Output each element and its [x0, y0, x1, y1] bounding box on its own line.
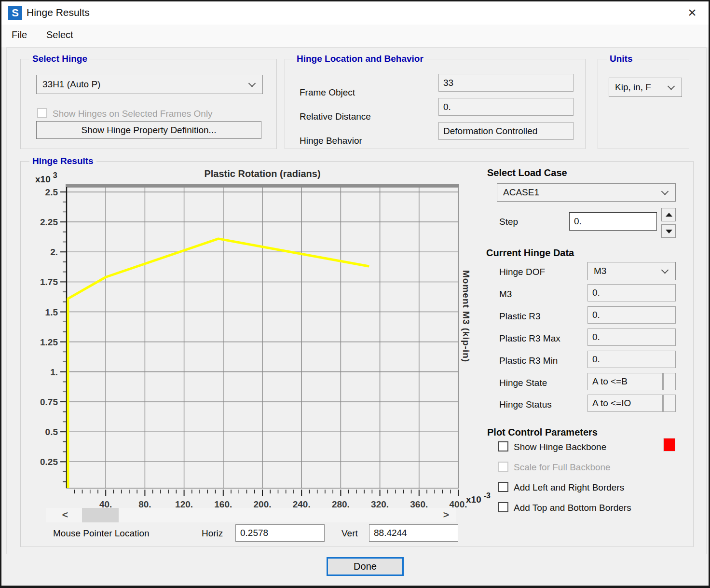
menu-file[interactable]: File — [12, 29, 27, 41]
window-title: Hinge Results — [27, 7, 90, 18]
svg-text:2.25: 2.25 — [40, 217, 58, 227]
frame-object-label: Frame Object — [300, 87, 355, 98]
vert-label: Vert — [341, 528, 358, 539]
plot-control-parameters-header: Plot Control Parameters — [487, 427, 598, 438]
chevron-down-icon — [248, 80, 256, 87]
hinge-location-group-label: Hinge Location and Behavior — [294, 54, 426, 64]
chevron-down-icon — [661, 266, 669, 274]
svg-text:0.5: 0.5 — [45, 427, 58, 437]
chevron-down-icon — [668, 82, 675, 90]
plastic-r3-max-value: 0. — [587, 328, 676, 346]
chart-title: Plastic Rotation (radians) — [67, 168, 458, 179]
step-up-button[interactable] — [661, 208, 676, 221]
svg-text:120.: 120. — [175, 499, 193, 509]
hinge-state-label: Hinge State — [499, 378, 547, 388]
load-case-value: ACASE1 — [503, 187, 539, 197]
hinge-select-value: 33H1 (Auto P) — [42, 79, 100, 89]
hinge-behavior-value: Deformation Controlled — [438, 122, 573, 140]
step-input[interactable]: 0. — [569, 212, 657, 231]
close-icon[interactable]: × — [683, 4, 701, 22]
units-group-label: Units — [607, 54, 636, 64]
svg-text:280.: 280. — [332, 499, 350, 509]
svg-text:1.25: 1.25 — [40, 337, 58, 347]
plastic-r3-label: Plastic R3 — [499, 311, 541, 322]
scale-for-full-backbone-checkbox[interactable] — [498, 462, 508, 472]
hinge-results-dialog: S Hinge Results × File Select Select Hin… — [0, 0, 710, 588]
svg-text:0.25: 0.25 — [40, 457, 58, 467]
app-logo-icon: S — [8, 6, 22, 20]
svg-text:1.75: 1.75 — [40, 277, 58, 287]
plot-horizontal-scrollbar[interactable]: < > — [46, 508, 456, 522]
chevron-down-icon — [661, 188, 669, 195]
hinge-select-dropdown[interactable]: 33H1 (Auto P) — [36, 75, 263, 94]
horiz-label: Horiz — [202, 528, 223, 539]
units-dropdown[interactable]: Kip, in, F — [609, 78, 682, 97]
backbone-color-swatch[interactable] — [663, 438, 675, 451]
scroll-left-icon[interactable]: < — [55, 508, 75, 522]
svg-text:1.: 1. — [50, 367, 58, 377]
load-case-dropdown[interactable]: ACASE1 — [497, 183, 676, 202]
hinge-results-group: Hinge Results Plastic Rotation (radians)… — [20, 161, 694, 547]
hinge-state-color-box — [663, 373, 676, 390]
svg-text:240.: 240. — [293, 499, 311, 509]
menu-select[interactable]: Select — [46, 29, 73, 41]
mouse-pointer-location-label: Mouse Pointer Location — [53, 528, 150, 539]
add-left-right-borders-label: Add Left and Right Borders — [514, 482, 624, 493]
relative-distance-value: 0. — [438, 98, 573, 116]
show-hinge-backbone-label: Show Hinge Backbone — [514, 442, 606, 452]
svg-text:160.: 160. — [214, 499, 232, 509]
units-group: Units Kip, in, F — [598, 59, 689, 149]
done-button[interactable]: Done — [327, 557, 404, 576]
show-hinge-property-definition-button[interactable]: Show Hinge Property Definition... — [36, 121, 261, 139]
plastic-r3-max-label: Plastic R3 Max — [499, 333, 560, 344]
svg-text:2.5: 2.5 — [45, 187, 58, 197]
hinge-dof-label: Hinge DOF — [499, 267, 545, 277]
step-down-button[interactable] — [661, 224, 676, 238]
svg-text:320.: 320. — [371, 499, 389, 509]
select-hinge-group-label: Select Hinge — [29, 54, 90, 64]
m3-label: M3 — [499, 289, 512, 300]
svg-text:400.: 400. — [450, 499, 467, 509]
current-hinge-data-header: Current Hinge Data — [486, 247, 574, 259]
add-top-bottom-borders-checkbox[interactable] — [498, 502, 508, 512]
svg-text:80.: 80. — [138, 499, 151, 509]
plastic-r3-min-label: Plastic R3 Min — [499, 356, 558, 366]
show-hinges-selected-frames-checkbox[interactable] — [37, 108, 47, 118]
right-axis-label: Moment M3 (kip-in) — [461, 270, 471, 362]
svg-text:40.: 40. — [99, 499, 112, 509]
add-left-right-borders-checkbox[interactable] — [498, 482, 508, 492]
hinge-dof-value: M3 — [594, 266, 606, 276]
svg-text:360.: 360. — [410, 499, 428, 509]
svg-text:200.: 200. — [254, 499, 272, 509]
menu-bar: File Select — [1, 25, 709, 47]
app-logo-letter: S — [12, 7, 19, 19]
units-value: Kip, in, F — [615, 82, 651, 92]
frame-object-value: 33 — [438, 74, 573, 92]
svg-text:2.: 2. — [50, 247, 58, 257]
svg-text:1.5: 1.5 — [45, 307, 58, 317]
hinge-status-label: Hinge Status — [499, 399, 552, 410]
select-load-case-header: Select Load Case — [487, 167, 567, 178]
x-axis-scale-label: x10-3 — [466, 492, 488, 505]
plastic-r3-value: 0. — [587, 306, 676, 324]
hinge-state-value: A to <=B — [587, 373, 663, 390]
hinge-dof-dropdown[interactable]: M3 — [587, 262, 676, 280]
dialog-body: Select Hinge 33H1 (Auto P) Show Hinges o… — [6, 47, 707, 554]
show-hinges-selected-frames-label: Show Hinges on Selected Frames Only — [53, 109, 213, 119]
hinge-results-group-label: Hinge Results — [29, 156, 96, 166]
hinge-plot[interactable]: 0.250.50.751.1.251.51.752.2.252.540.80.1… — [29, 181, 496, 509]
down-arrow-icon — [666, 230, 672, 233]
scroll-right-icon[interactable]: > — [437, 508, 456, 522]
step-label: Step — [499, 217, 518, 227]
hinge-behavior-label: Hinge Behavior — [300, 136, 362, 146]
show-hinge-backbone-checkbox[interactable] — [498, 441, 508, 451]
plastic-r3-min-value: 0. — [587, 351, 676, 368]
svg-text:0.75: 0.75 — [40, 397, 58, 407]
scale-for-full-backbone-label: Scale for Full Backbone — [514, 462, 611, 473]
m3-value: 0. — [587, 284, 676, 301]
vert-value-field: 88.4244 — [369, 524, 458, 542]
horiz-value-field: 0.2578 — [235, 524, 325, 542]
relative-distance-label: Relative Distance — [300, 111, 371, 122]
up-arrow-icon — [666, 213, 672, 217]
scrollbar-thumb[interactable] — [82, 508, 119, 522]
